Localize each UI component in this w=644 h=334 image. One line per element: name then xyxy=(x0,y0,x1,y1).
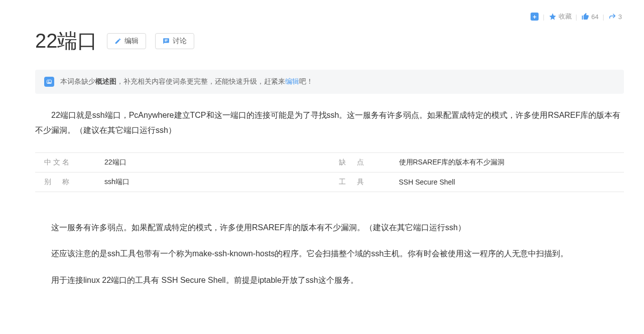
info-cell: 中文名 22端口 xyxy=(35,153,330,172)
info-cell: 缺 点 使用RSAREF库的版本有不少漏洞 xyxy=(330,153,624,172)
like-button[interactable]: 64 xyxy=(581,13,598,21)
title-row: 22端口 编辑 讨论 xyxy=(35,27,624,55)
body-paragraph: 这一服务有许多弱点。如果配置成特定的模式，许多使用RSAREF库的版本有不少漏洞… xyxy=(35,220,624,235)
image-icon xyxy=(44,77,54,87)
info-label: 工 具 xyxy=(339,178,399,187)
notice-edit-link[interactable]: 编辑 xyxy=(285,77,299,85)
info-value: 使用RSAREF库的版本有不少漏洞 xyxy=(399,158,505,167)
page: + | 收藏 | 64 | 3 22端口 编辑 讨论 xyxy=(0,0,644,334)
info-label: 别 称 xyxy=(44,178,104,187)
star-icon xyxy=(549,13,557,21)
info-value: ssh端口 xyxy=(104,178,130,187)
edit-label: 编辑 xyxy=(124,37,139,46)
like-count: 64 xyxy=(591,13,598,21)
info-value: 22端口 xyxy=(104,158,126,167)
divider: | xyxy=(602,13,604,21)
discuss-button[interactable]: 讨论 xyxy=(155,33,194,49)
divider: | xyxy=(576,13,577,21)
intro-paragraph: 22端口就是ssh端口，PcAnywhere建立TCP和这一端口的连接可能是为了… xyxy=(35,108,624,138)
favorite-button[interactable]: 收藏 xyxy=(549,12,572,21)
notice-banner: 本词条缺少概述图，补充相关内容使词条更完整，还能快速升级，赶紧来编辑吧！ xyxy=(35,70,624,94)
svg-point-1 xyxy=(48,81,49,82)
info-label: 缺 点 xyxy=(339,158,399,167)
share-icon xyxy=(608,13,616,21)
pencil-icon xyxy=(114,38,121,45)
thumbs-up-icon xyxy=(581,13,589,21)
info-cell: 工 具 SSH Secure Shell xyxy=(330,173,624,192)
info-label: 中文名 xyxy=(44,158,104,167)
discuss-label: 讨论 xyxy=(173,37,187,46)
chat-icon xyxy=(163,38,170,45)
share-button[interactable]: 3 xyxy=(608,13,622,21)
add-button[interactable]: + xyxy=(531,13,539,21)
table-row: 中文名 22端口 缺 点 使用RSAREF库的版本有不少漏洞 xyxy=(35,153,624,173)
divider: | xyxy=(543,13,544,21)
share-count: 3 xyxy=(618,13,622,21)
body-paragraph: 用于连接linux 22端口的工具有 SSH Secure Shell。前提是i… xyxy=(35,273,624,288)
notice-text: 本词条缺少概述图，补充相关内容使词条更完整，还能快速升级，赶紧来编辑吧！ xyxy=(60,77,313,86)
info-table: 中文名 22端口 缺 点 使用RSAREF库的版本有不少漏洞 别 称 ssh端口… xyxy=(35,152,624,192)
table-row: 别 称 ssh端口 工 具 SSH Secure Shell xyxy=(35,173,624,192)
info-value: SSH Secure Shell xyxy=(399,178,455,186)
edit-button[interactable]: 编辑 xyxy=(107,33,146,49)
plus-icon: + xyxy=(531,13,539,21)
page-title: 22端口 xyxy=(35,27,98,55)
favorite-label: 收藏 xyxy=(559,12,572,21)
info-cell: 别 称 ssh端口 xyxy=(35,173,330,192)
body-paragraph: 还应该注意的是ssh工具包带有一个称为make-ssh-known-hosts的… xyxy=(35,246,624,261)
top-action-bar: + | 收藏 | 64 | 3 xyxy=(35,10,624,23)
